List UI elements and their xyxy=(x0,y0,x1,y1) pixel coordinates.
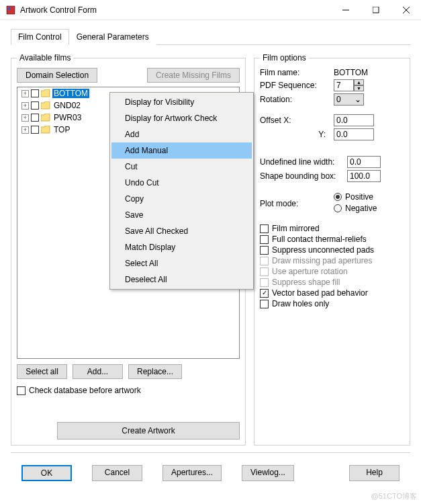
expander-icon[interactable]: + xyxy=(21,114,29,122)
folder-icon xyxy=(41,89,50,97)
context-menu-item[interactable]: Deselect All xyxy=(111,271,252,288)
radio-icon xyxy=(334,193,342,201)
app-icon xyxy=(5,5,16,15)
footer-bar: OK Cancel Apertures... Viewlog... Help xyxy=(11,460,410,487)
svg-rect-1 xyxy=(8,7,11,10)
expander-icon[interactable]: + xyxy=(21,102,29,110)
context-menu-item[interactable]: Copy xyxy=(111,191,252,207)
pdf-sequence-label: PDF Sequence: xyxy=(260,81,334,90)
offset-x-label: Offset X: xyxy=(260,116,334,125)
option-checkbox-label: Full contact thermal-reliefs xyxy=(272,235,367,244)
checkbox-icon[interactable] xyxy=(31,126,39,134)
option-checkbox[interactable]: Suppress unconnected pads xyxy=(260,245,404,255)
checkbox-icon[interactable] xyxy=(31,101,39,110)
svg-rect-3 xyxy=(373,7,379,13)
select-all-button[interactable]: Select all xyxy=(17,364,67,379)
expander-icon[interactable]: + xyxy=(21,126,29,134)
context-menu-item[interactable]: Add xyxy=(111,126,252,142)
option-checkbox-label: Film mirrored xyxy=(272,224,320,233)
offset-y-input[interactable]: 0.0 xyxy=(334,128,374,140)
tab-general-parameters[interactable]: General Parameters xyxy=(69,29,156,45)
context-menu-item[interactable]: Save All Checked xyxy=(111,223,252,239)
check-database-checkbox[interactable]: Check database before artwork xyxy=(17,386,240,395)
option-checkbox: Suppress shape fill xyxy=(260,278,404,287)
option-checkbox[interactable]: Draw holes only xyxy=(260,299,404,308)
close-button[interactable] xyxy=(391,0,421,19)
checkbox-icon xyxy=(260,257,269,265)
context-menu-item[interactable]: Display for Visibility xyxy=(111,94,252,110)
option-checkbox[interactable]: Full contact thermal-reliefs xyxy=(260,235,404,244)
checkbox-icon[interactable] xyxy=(31,114,39,122)
context-menu-item[interactable]: Display for Artwork Check xyxy=(111,110,252,126)
context-menu-item[interactable]: Select All xyxy=(111,255,252,271)
add-button[interactable]: Add... xyxy=(73,364,123,379)
option-checkbox: Draw missing pad apertures xyxy=(260,256,404,265)
folder-icon xyxy=(41,126,50,134)
checkbox-icon xyxy=(260,235,269,244)
watermark: @51CTO博客 xyxy=(371,491,417,501)
radio-icon xyxy=(334,204,342,212)
replace-button[interactable]: Replace... xyxy=(128,364,182,379)
tree-item-label: PWR03 xyxy=(52,113,83,122)
option-checkbox-label: Suppress shape fill xyxy=(272,278,340,287)
minimize-button[interactable] xyxy=(330,0,361,19)
expander-icon[interactable]: + xyxy=(21,90,29,97)
folder-icon xyxy=(41,114,50,122)
available-films-legend: Available films xyxy=(17,53,73,62)
domain-selection-button[interactable]: Domain Selection xyxy=(17,68,97,83)
create-artwork-button[interactable]: Create Artwork xyxy=(57,422,240,439)
viewlog-button[interactable]: Viewlog... xyxy=(242,465,294,481)
pdf-sequence-spinner[interactable]: 7 ▲▼ xyxy=(334,79,364,91)
checkbox-icon: ✓ xyxy=(260,289,269,298)
create-missing-films-button[interactable]: Create Missing Films xyxy=(147,68,240,83)
check-database-label: Check database before artwork xyxy=(29,386,141,395)
context-menu-item[interactable]: Match Display xyxy=(111,239,252,255)
cancel-button[interactable]: Cancel xyxy=(92,465,142,481)
apertures-button[interactable]: Apertures... xyxy=(162,465,222,481)
help-button[interactable]: Help xyxy=(349,465,400,481)
shape-box-input[interactable]: 100.0 xyxy=(347,170,381,182)
checkbox-icon[interactable] xyxy=(31,89,39,97)
maximize-button[interactable] xyxy=(361,0,391,19)
checkbox-icon xyxy=(260,267,269,276)
context-menu: Display for VisibilityDisplay for Artwor… xyxy=(109,92,254,290)
undefined-line-input[interactable]: 0.0 xyxy=(347,156,381,168)
checkbox-icon xyxy=(260,300,269,308)
plot-mode-label: Plot mode: xyxy=(260,199,334,208)
separator xyxy=(11,452,410,453)
window-title: Artwork Control Form xyxy=(20,5,330,15)
option-checkbox-label: Draw missing pad apertures xyxy=(272,256,372,265)
tab-bar: Film Control General Parameters xyxy=(11,28,410,45)
tab-film-control[interactable]: Film Control xyxy=(11,29,69,45)
context-menu-item[interactable]: Cut xyxy=(111,159,252,175)
context-menu-item[interactable]: Save xyxy=(111,207,252,223)
tree-item-label: TOP xyxy=(52,125,71,134)
option-checkbox[interactable]: ✓Vector based pad behavior xyxy=(260,288,404,298)
plot-negative-radio[interactable]: Negative xyxy=(334,204,377,213)
plot-positive-radio[interactable]: Positive xyxy=(334,192,377,202)
checkbox-icon xyxy=(260,246,269,255)
context-menu-item[interactable]: Undo Cut xyxy=(111,175,252,191)
spin-up-icon[interactable]: ▲ xyxy=(354,79,364,85)
film-options-legend: Film options xyxy=(260,53,309,62)
chevron-down-icon: ⌄ xyxy=(355,95,361,104)
checkbox-icon xyxy=(260,278,269,287)
titlebar: Artwork Control Form xyxy=(0,0,421,20)
offset-x-input[interactable]: 0.0 xyxy=(334,114,374,126)
film-name-value: BOTTOM xyxy=(334,68,404,77)
rotation-dropdown[interactable]: 0⌄ xyxy=(334,93,364,106)
film-name-label: Film name: xyxy=(260,68,334,77)
spin-down-icon[interactable]: ▼ xyxy=(354,85,364,91)
checkbox-icon xyxy=(17,386,26,395)
checkbox-icon xyxy=(260,224,269,233)
option-checkbox-label: Suppress unconnected pads xyxy=(272,245,374,255)
option-checkbox-label: Use aperture rotation xyxy=(272,267,348,276)
tree-item-label: GND02 xyxy=(52,101,82,110)
offset-y-label: Y: xyxy=(260,130,334,139)
rotation-label: Rotation: xyxy=(260,95,334,104)
folder-icon xyxy=(41,101,50,110)
undefined-line-label: Undefined line width: xyxy=(260,157,347,167)
ok-button[interactable]: OK xyxy=(21,465,72,481)
option-checkbox[interactable]: Film mirrored xyxy=(260,224,404,233)
context-menu-item[interactable]: Add Manual xyxy=(111,142,252,159)
